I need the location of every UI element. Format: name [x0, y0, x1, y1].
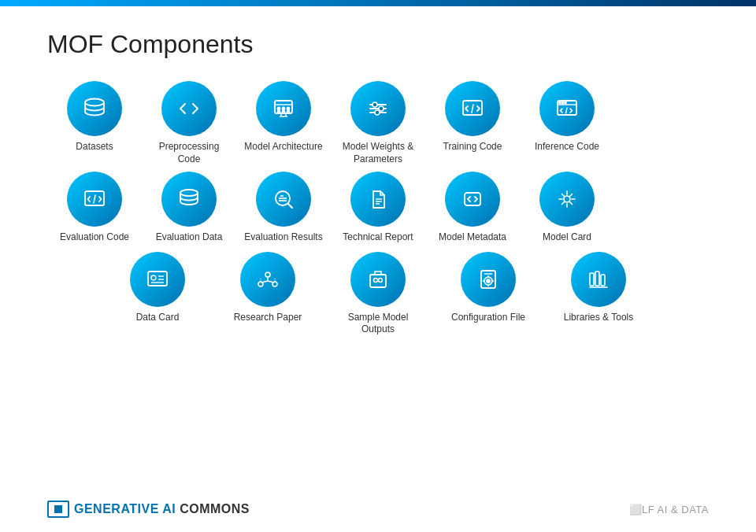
footer: GENERATIVE AI COMMONS ⬜LF AI & DATA	[47, 501, 709, 518]
svg-point-15	[379, 106, 384, 111]
svg-line-44	[570, 202, 573, 205]
svg-line-19	[472, 105, 473, 113]
icon-technical-report	[350, 172, 406, 227]
label-configuration-file: Configuration File	[451, 312, 525, 324]
svg-line-43	[562, 194, 565, 197]
logo-box-icon	[47, 501, 69, 518]
item-datasets: Datasets	[47, 81, 142, 165]
item-libraries-tools: Libraries & Tools	[555, 252, 642, 336]
item-evaluation-data: Evaluation Data	[142, 172, 236, 244]
svg-point-17	[375, 110, 380, 115]
label-evaluation-data: Evaluation Data	[156, 231, 223, 244]
lf-logo: ⬜LF	[629, 504, 655, 515]
icon-configuration-file	[461, 252, 516, 307]
logo-right: ⬜LF AI & DATA	[629, 504, 710, 515]
svg-rect-37	[465, 193, 480, 205]
item-research-paper: Research Paper	[224, 252, 311, 336]
label-inference-code: Inference Code	[535, 141, 599, 153]
svg-line-46	[562, 202, 565, 205]
label-sample-model-outputs: Sample Model Outputs	[339, 312, 417, 336]
icon-model-metadata	[445, 172, 500, 227]
svg-point-48	[151, 275, 156, 280]
icon-data-card	[130, 252, 185, 307]
item-model-card: Model Card	[520, 172, 614, 244]
svg-point-6	[278, 111, 280, 113]
svg-rect-72	[590, 273, 594, 286]
label-evaluation-code: Evaluation Code	[60, 231, 129, 244]
svg-point-38	[564, 196, 570, 202]
item-data-card: Data Card	[114, 252, 201, 336]
svg-point-70	[487, 279, 490, 283]
svg-point-61	[374, 278, 378, 282]
icon-preprocessing-code	[161, 81, 217, 136]
svg-line-25	[566, 108, 568, 113]
svg-line-45	[570, 194, 573, 197]
page-content: MOF Components Datasets Preprocessi	[0, 6, 756, 352]
label-preprocessing-code: Preprocessing Code	[150, 141, 228, 165]
top-bar	[0, 0, 756, 6]
svg-line-57	[268, 281, 274, 283]
label-libraries-tools: Libraries & Tools	[564, 312, 634, 324]
logo-commons: COMMONS	[180, 502, 250, 515]
icon-evaluation-code	[67, 172, 122, 227]
item-model-architecture: Model Architecture	[236, 81, 331, 165]
component-grid-row1: Datasets Preprocessing Code	[47, 81, 709, 165]
label-research-paper: Research Paper	[234, 312, 302, 324]
svg-point-4	[283, 108, 285, 110]
item-evaluation-code: Evaluation Code	[47, 172, 142, 244]
svg-point-22	[559, 102, 561, 104]
svg-line-27	[94, 195, 95, 203]
logo-generative-ai: GENERATIVE AI	[74, 502, 176, 515]
item-technical-report: Technical Report	[331, 172, 425, 244]
icon-model-architecture	[256, 81, 311, 136]
item-preprocessing-code: Preprocessing Code	[142, 81, 236, 165]
lf-tagline: AI & DATA	[654, 504, 709, 515]
logo-left: GENERATIVE AI COMMONS	[47, 501, 250, 518]
label-model-weights: Model Weights & Parameters	[339, 141, 417, 165]
svg-line-30	[288, 204, 293, 209]
label-model-metadata: Model Metadata	[439, 231, 506, 244]
label-model-card: Model Card	[543, 231, 591, 244]
icon-training-code	[445, 81, 500, 136]
item-model-weights: Model Weights & Parameters	[331, 81, 425, 165]
label-data-card: Data Card	[136, 312, 180, 324]
component-grid-row3: Data Card Research Paper	[47, 252, 709, 336]
icon-evaluation-data	[161, 172, 217, 227]
logo-box-inner	[54, 505, 62, 513]
label-datasets: Datasets	[76, 141, 113, 153]
component-grid-row2: Evaluation Code Evaluation Data	[47, 172, 709, 244]
svg-point-13	[372, 102, 377, 107]
label-model-architecture: Model Architecture	[244, 141, 322, 153]
icon-model-weights	[350, 81, 406, 136]
icon-inference-code	[539, 81, 595, 136]
page-title: MOF Components	[47, 30, 709, 59]
item-evaluation-results: Evaluation Results	[236, 172, 331, 244]
icon-evaluation-results	[256, 172, 311, 227]
icon-research-paper	[240, 252, 295, 307]
svg-rect-73	[595, 272, 599, 286]
label-evaluation-results: Evaluation Results	[244, 231, 322, 244]
svg-point-0	[85, 99, 104, 106]
svg-point-3	[278, 108, 280, 110]
item-sample-model-outputs: Sample Model Outputs	[335, 252, 421, 336]
logo-text: GENERATIVE AI COMMONS	[74, 502, 250, 516]
svg-point-5	[287, 108, 290, 110]
icon-sample-model-outputs	[350, 252, 406, 307]
label-technical-report: Technical Report	[343, 231, 413, 244]
item-model-metadata: Model Metadata	[425, 172, 520, 244]
item-configuration-file: Configuration File	[445, 252, 532, 336]
label-training-code: Training Code	[443, 141, 502, 153]
svg-point-8	[287, 111, 290, 113]
svg-point-7	[283, 111, 285, 113]
svg-point-62	[379, 278, 383, 282]
item-inference-code: Inference Code	[520, 81, 614, 165]
svg-point-28	[180, 190, 198, 196]
svg-rect-74	[601, 275, 605, 286]
svg-point-23	[562, 102, 564, 104]
svg-point-52	[265, 272, 270, 277]
icon-datasets	[67, 81, 122, 136]
item-training-code: Training Code	[425, 81, 520, 165]
svg-point-24	[565, 102, 566, 104]
icon-libraries-tools	[571, 252, 626, 307]
svg-line-56	[261, 281, 268, 283]
